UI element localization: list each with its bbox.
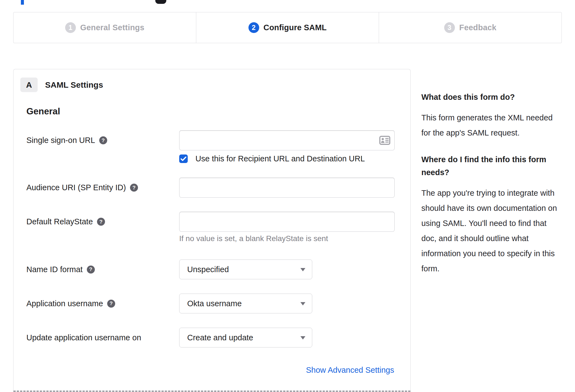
sso-url-label: Single sign-on URL ? xyxy=(26,130,107,150)
sso-url-label-text: Single sign-on URL xyxy=(26,136,95,145)
update-username-select[interactable]: Create and update xyxy=(179,328,312,347)
audience-uri-label: Audience URI (SP Entity ID) ? xyxy=(26,178,138,198)
relay-state-label-text: Default RelayState xyxy=(26,217,93,226)
audience-uri-label-text: Audience URI (SP Entity ID) xyxy=(26,183,126,192)
general-heading: General xyxy=(26,106,60,117)
step-general-settings[interactable]: 1 General Settings xyxy=(13,12,196,43)
sso-url-input[interactable] xyxy=(179,130,395,150)
section-dashed-divider xyxy=(13,391,410,392)
application-username-select[interactable]: Okta username xyxy=(179,294,312,313)
configure-saml-page: 1 General Settings 2 Configure SAML 3 Fe… xyxy=(0,0,575,392)
audience-uri-input[interactable] xyxy=(179,178,395,198)
name-id-format-label-text: Name ID format xyxy=(26,265,83,274)
recipient-url-checkbox[interactable] xyxy=(179,154,188,163)
sso-url-help-icon[interactable]: ? xyxy=(99,136,107,144)
help-sidebar: What does this form do? This form genera… xyxy=(421,91,563,276)
recipient-url-checkbox-label: Use this for Recipient URL and Destinati… xyxy=(195,154,365,163)
name-id-format-select[interactable]: Unspecified xyxy=(179,260,312,279)
relay-state-label: Default RelayState ? xyxy=(26,212,105,232)
sso-url-input-wrap xyxy=(179,130,395,150)
update-username-value: Create and update xyxy=(187,333,253,342)
relay-state-help-icon[interactable]: ? xyxy=(97,218,105,226)
saml-settings-card: A SAML Settings General Single sign-on U… xyxy=(13,69,411,392)
help-question-1: What does this form do? xyxy=(421,91,563,104)
step-feedback[interactable]: 3 Feedback xyxy=(379,12,562,43)
application-username-value: Okta username xyxy=(187,299,242,308)
application-username-help-icon[interactable]: ? xyxy=(107,300,115,308)
name-id-format-label: Name ID format ? xyxy=(26,260,95,279)
update-username-label: Update application username on xyxy=(26,328,141,347)
step-configure-saml[interactable]: 2 Configure SAML xyxy=(196,12,379,43)
help-question-2: Where do I find the info this form needs… xyxy=(421,153,563,179)
section-a-badge: A xyxy=(20,78,38,92)
application-username-label-text: Application username xyxy=(26,299,103,308)
step-3-circle: 3 xyxy=(444,22,455,33)
relay-state-helper-text: If no value is set, a blank RelayState i… xyxy=(179,234,328,243)
show-advanced-settings-link[interactable]: Show Advanced Settings xyxy=(306,366,394,375)
caret-down-icon xyxy=(300,302,305,305)
name-id-format-value: Unspecified xyxy=(187,265,229,274)
clipped-icon-fragment xyxy=(155,0,166,4)
step-3-label: Feedback xyxy=(459,23,496,32)
audience-uri-help-icon[interactable]: ? xyxy=(130,184,138,192)
caret-down-icon xyxy=(300,336,305,339)
wizard-stepper: 1 General Settings 2 Configure SAML 3 Fe… xyxy=(13,12,562,43)
step-2-label: Configure SAML xyxy=(264,23,327,32)
step-1-label: General Settings xyxy=(80,23,145,32)
step-1-circle: 1 xyxy=(65,22,76,33)
application-username-label: Application username ? xyxy=(26,294,115,313)
step-2-circle: 2 xyxy=(248,22,259,33)
clipped-blue-fragment xyxy=(21,0,24,5)
relay-state-input[interactable] xyxy=(179,212,395,232)
caret-down-icon xyxy=(300,268,305,271)
help-answer-2: The app you're trying to integrate with … xyxy=(421,186,563,276)
address-card-icon[interactable] xyxy=(379,136,390,145)
name-id-format-help-icon[interactable]: ? xyxy=(87,266,95,274)
recipient-url-checkbox-row: Use this for Recipient URL and Destinati… xyxy=(179,154,365,163)
update-username-label-text: Update application username on xyxy=(26,333,141,342)
help-answer-1: This form generates the XML needed for t… xyxy=(421,110,563,140)
checkmark-icon xyxy=(181,156,186,161)
section-title: SAML Settings xyxy=(45,78,103,92)
